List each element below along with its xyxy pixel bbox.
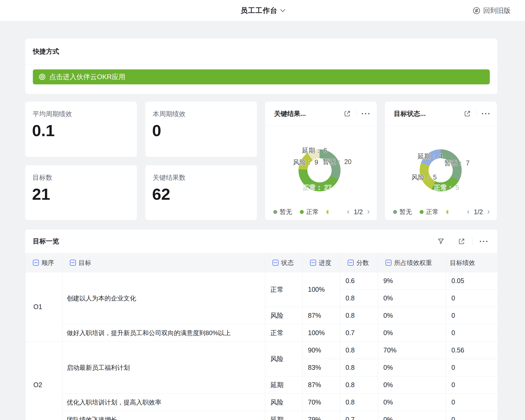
table-row: 做好入职培训，提升新员工和公司双向的满意度到80%以上正常100%0.70%0	[25, 324, 498, 342]
column-header: 顺序	[25, 253, 63, 272]
donut-label-normal: 正常： 5	[434, 183, 459, 192]
stat-label: 本周期绩效	[153, 110, 186, 118]
table-cell: 0%	[378, 376, 446, 394]
legend-item[interactable]: 正常	[420, 208, 439, 216]
page-title: 员工工作台	[241, 6, 277, 15]
donut-label-risk: 风险： 5	[411, 173, 437, 182]
table-cell: 0.8	[340, 359, 378, 376]
donut-label-risk: 风险： 9	[293, 158, 318, 167]
table-row: O2启动最新员工福利计划风险90%0.870%0.56	[25, 342, 498, 359]
donut-label-normal: 正常： 27	[303, 183, 332, 192]
legend-item[interactable]: 正常	[300, 208, 319, 216]
prev-page-icon[interactable]: ‹	[467, 207, 470, 215]
prev-page-icon[interactable]: ‹	[347, 207, 349, 215]
collapse-column-icon[interactable]	[348, 260, 354, 266]
legend-item[interactable]: 暂无	[273, 208, 292, 216]
chart-legend: 暂无 正常 ‹ 1/2 ›	[393, 208, 490, 216]
collapse-column-icon[interactable]	[33, 260, 39, 266]
stat-label: 平均周期绩效	[33, 110, 72, 118]
table-cell: 0%	[378, 394, 446, 411]
collapse-column-icon[interactable]	[310, 260, 316, 266]
stat-value: 0	[152, 121, 161, 140]
stat-card-current-cycle-performance: 本周期绩效 0	[145, 102, 257, 157]
key-results-status-chart-card: 关键结果... 延期： 6 暂无： 20 风险： 9 正常： 27 暂无 正常 …	[265, 102, 377, 220]
enter-okr-app-button[interactable]: 点击进入伙伴云OKR应用	[33, 69, 490, 84]
table-cell: 83%	[303, 359, 340, 376]
column-header-label: 分数	[356, 259, 369, 266]
table-cell: 70%	[378, 342, 446, 359]
next-page-icon[interactable]: ›	[367, 207, 370, 215]
table-row: 团队绩效飞速增长延期79%0.70%0	[25, 411, 498, 420]
table-cell: 87%	[303, 307, 340, 324]
chart-card-header: 目标状态...	[385, 102, 497, 126]
table-header-row: 顺序目标状态进度分数所占绩效权重目标绩效	[25, 253, 498, 272]
table-cell: 风险	[265, 394, 303, 411]
legend-item[interactable]: 暂无	[393, 208, 412, 216]
chart-legend: 暂无 正常 ‹ 1/2 ›	[273, 208, 370, 216]
table-cell: 0.8	[340, 376, 378, 394]
donut-label-none: 暂无： 20	[323, 157, 352, 166]
column-header-label: 所占绩效权重	[394, 259, 432, 266]
table-cell: 延期	[265, 411, 303, 420]
table-cell: 风险	[265, 307, 303, 324]
table-cell: 启动最新员工福利计划	[63, 342, 265, 394]
table-cell: 0	[446, 411, 498, 420]
table-cell: 0%	[378, 290, 446, 307]
table-cell: 0.6	[340, 272, 378, 290]
divider	[476, 110, 477, 117]
back-to-old-version-label: 回到旧版	[483, 6, 511, 15]
chart-title: 关键结果...	[274, 109, 343, 118]
table-cell: 0	[446, 307, 498, 324]
donut-label-delayed: 延期： 4	[418, 152, 443, 161]
page-indicator: 1/2	[474, 208, 483, 216]
collapse-column-icon[interactable]	[272, 260, 279, 266]
legend-label: 正常	[306, 208, 319, 216]
enter-okr-app-label: 点击进入伙伴云OKR应用	[49, 72, 125, 81]
more-options-icon[interactable]	[480, 240, 487, 243]
legend-pagination: ‹ 1/2 ›	[467, 208, 490, 216]
more-options-icon[interactable]	[482, 112, 490, 115]
table-cell: 0	[446, 394, 498, 411]
table-cell: 100%	[303, 324, 340, 342]
divider	[25, 64, 497, 64]
table-cell: 90%	[303, 342, 340, 359]
legend-item-truncated	[326, 210, 328, 214]
table-row: 优化入职培训计划，提高入职效率风险70%0.80%0	[25, 394, 498, 411]
back-to-old-version-link[interactable]: 回到旧版	[472, 0, 511, 21]
collapse-column-icon[interactable]	[385, 260, 392, 266]
open-in-new-icon[interactable]	[343, 110, 351, 117]
objectives-overview-card: 目标一览 顺序目标状态进度分数所占绩效权重目标绩效 O1创建以人为本的企业文化正…	[25, 229, 497, 420]
workspace-switcher[interactable]: 员工工作台	[241, 0, 285, 21]
more-options-icon[interactable]	[362, 112, 369, 115]
open-in-new-icon[interactable]	[458, 238, 465, 245]
stat-value: 62	[152, 185, 170, 203]
table-cell: 0	[446, 324, 498, 342]
table-cell: 优化入职培训计划，提高入职效率	[63, 394, 265, 411]
chart-card-header: 关键结果...	[265, 102, 377, 126]
table-cell: 创建以人为本的企业文化	[63, 272, 265, 324]
shortcuts-title: 快捷方式	[33, 47, 59, 56]
legend-pagination: ‹ 1/2 ›	[347, 208, 370, 216]
open-in-new-icon[interactable]	[464, 110, 471, 117]
stat-card-objective-count: 目标数 21	[25, 165, 137, 220]
legend-dot	[420, 210, 424, 214]
table-cell: 9%	[378, 272, 446, 290]
table-cell: 0.05	[446, 272, 498, 290]
legend-item-truncated	[446, 210, 448, 214]
table-cell: 延期	[265, 376, 303, 394]
column-header: 目标绩效	[446, 253, 498, 272]
column-header: 状态	[265, 253, 303, 272]
table-cell: 0.8	[340, 307, 378, 324]
collapse-column-icon[interactable]	[70, 260, 76, 266]
donut-label-delayed: 延期： 6	[302, 146, 327, 155]
table-cell: 0.7	[340, 324, 378, 342]
table-row: O1创建以人为本的企业文化正常100%0.69%0.05	[25, 272, 498, 290]
next-page-icon[interactable]: ›	[487, 207, 490, 215]
column-header: 所占绩效权重	[378, 253, 446, 272]
objective-status-chart-card: 目标状态... 延期： 4 暂无： 7 风险： 5 正常： 5 暂无 正常 ‹ …	[385, 102, 497, 220]
table-cell: 0.56	[446, 342, 498, 359]
filter-icon[interactable]	[437, 237, 445, 245]
stat-label: 关键结果数	[153, 173, 186, 182]
legend-label: 正常	[426, 208, 439, 216]
table-cell: 0.8	[340, 394, 378, 411]
